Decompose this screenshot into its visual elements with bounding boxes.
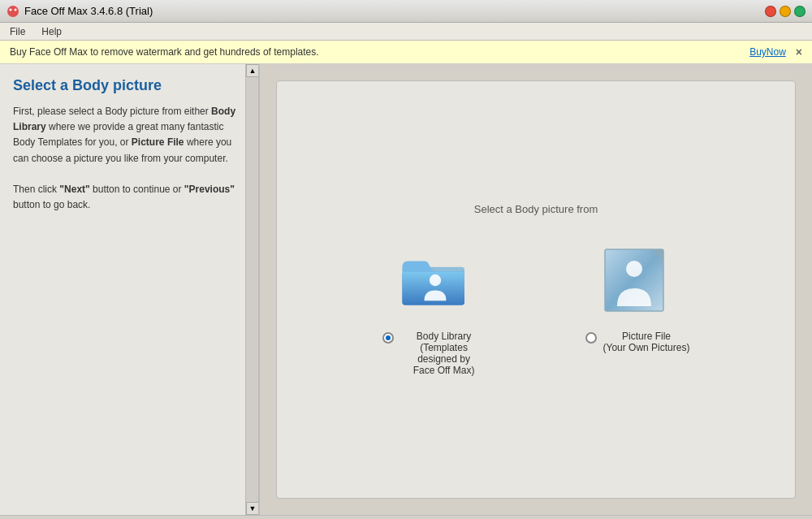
menu-file[interactable]: File <box>3 24 32 39</box>
minimize-window-button[interactable] <box>780 6 791 17</box>
svg-point-0 <box>7 6 19 17</box>
left-panel-body: First, please select a Body picture from… <box>13 104 245 213</box>
folder-svg <box>399 248 472 313</box>
scroll-down-button[interactable]: ▼ <box>246 502 259 515</box>
body-library-label-text: Body Library (Templates designed by Face… <box>400 331 488 376</box>
select-body-label: Select a Body picture from <box>474 203 598 215</box>
picture-file-icon[interactable] <box>597 240 678 321</box>
picture-svg <box>601 248 674 313</box>
maximize-window-button[interactable] <box>794 6 806 17</box>
titlebar: Face Off Max 3.4.6.8 (Trial) <box>0 0 812 23</box>
bottom-bar: Previous Next <box>0 515 812 519</box>
body-library-icon[interactable] <box>395 240 476 321</box>
scroll-up-button[interactable]: ▲ <box>246 64 259 77</box>
buy-now-link[interactable]: BuyNow <box>749 46 786 58</box>
window-controls[interactable] <box>765 6 806 17</box>
svg-point-8 <box>626 261 642 277</box>
app-icon <box>6 5 19 18</box>
close-window-button[interactable] <box>765 6 776 17</box>
window-title: Face Off Max 3.4.6.8 (Trial) <box>24 5 153 17</box>
picture-file-label[interactable]: Picture File (Your Own Pictures) <box>585 331 690 353</box>
left-panel: Select a Body picture First, please sele… <box>0 64 260 515</box>
picture-file-option[interactable]: Picture File (Your Own Pictures) <box>585 240 690 353</box>
left-panel-title: Select a Body picture <box>13 77 245 94</box>
menubar: File Help <box>0 23 812 41</box>
banner-right: BuyNow × <box>749 45 802 58</box>
body-library-label[interactable]: Body Library (Templates designed by Face… <box>382 331 488 376</box>
picture-file-label-text: Picture File (Your Own Pictures) <box>603 331 690 353</box>
options-row: Body Library (Templates designed by Face… <box>382 240 690 376</box>
banner-text: Buy Face Off Max to remove watermark and… <box>10 46 319 58</box>
svg-point-6 <box>429 275 440 286</box>
body-library-radio[interactable] <box>382 332 394 344</box>
picture-file-radio[interactable] <box>585 332 597 344</box>
left-scrollbar[interactable]: ▲ ▼ <box>245 64 258 515</box>
titlebar-left: Face Off Max 3.4.6.8 (Trial) <box>6 5 153 18</box>
main-layout: Select a Body picture First, please sele… <box>0 64 812 515</box>
svg-point-1 <box>10 8 12 11</box>
svg-point-2 <box>15 8 17 11</box>
banner: Buy Face Off Max to remove watermark and… <box>0 41 812 64</box>
banner-close-button[interactable]: × <box>796 45 802 58</box>
menu-help[interactable]: Help <box>35 24 68 39</box>
right-panel: Select a Body picture from <box>260 64 812 515</box>
body-library-option[interactable]: Body Library (Templates designed by Face… <box>382 240 488 376</box>
content-box: Select a Body picture from <box>276 80 796 499</box>
